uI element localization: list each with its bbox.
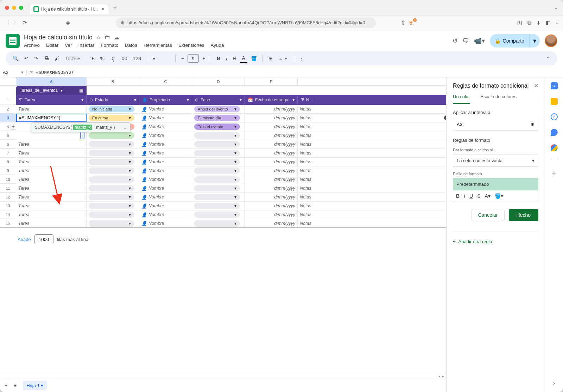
collapse-rail-icon[interactable]: › bbox=[553, 380, 555, 386]
formula-input[interactable]: =SUMAXMENOSY2( bbox=[36, 70, 74, 75]
table-row[interactable]: 10Tarea▾👤 Nombre▾d/mm/yyyyNotas bbox=[0, 175, 446, 184]
decrease-font-button[interactable]: − bbox=[179, 54, 186, 63]
increase-font-button[interactable]: + bbox=[200, 54, 207, 63]
share-dropdown[interactable]: ▾ bbox=[530, 34, 540, 48]
table-chip[interactable]: Tareas_del_evento1▾▦ bbox=[16, 86, 87, 95]
formula-suggestion[interactable]: SUMAXMENOSY2(matriz_x; matriz_y) ⌄ bbox=[31, 122, 131, 132]
column-header-e[interactable]: E bbox=[245, 77, 298, 86]
fill-color-button[interactable]: 🪣 bbox=[249, 54, 259, 63]
back-button[interactable]: 〈 bbox=[4, 19, 10, 26]
tab-color-scale[interactable]: Escala de colores bbox=[480, 94, 517, 104]
currency-euro-button[interactable]: € bbox=[90, 54, 97, 63]
add-sheet-button[interactable]: + bbox=[5, 383, 8, 388]
menu-extensiones[interactable]: Extensiones bbox=[178, 43, 204, 48]
sheet-tab[interactable]: Hoja 1 ▾ bbox=[23, 381, 47, 390]
shield-icon[interactable]: ⛨ bbox=[409, 20, 415, 26]
undo-button[interactable]: ↶ bbox=[22, 54, 31, 63]
bookmark-icon[interactable]: ◈ bbox=[66, 19, 70, 26]
url-input[interactable]: ⊕ https://docs.google.com/spreadsheets/d… bbox=[116, 18, 376, 28]
keep-icon[interactable] bbox=[551, 98, 558, 105]
cancel-button[interactable]: Cancelar bbox=[472, 209, 505, 221]
table-row[interactable]: 7Tarea▾👤 Nombre▾d/mm/yyyyNotas bbox=[0, 149, 446, 158]
comments-icon[interactable]: 🗨 bbox=[463, 37, 469, 45]
extensions-icon[interactable]: ⧉ bbox=[527, 20, 531, 26]
bold-button[interactable]: B bbox=[215, 54, 222, 63]
text-color-button[interactable]: A bbox=[240, 54, 247, 63]
sidebar-icon[interactable]: ◧ bbox=[546, 20, 551, 26]
horizontal-scrollbar[interactable]: ◂▸ bbox=[0, 374, 446, 379]
maps-icon[interactable] bbox=[551, 144, 558, 151]
table-row[interactable]: 14Tarea▾👤 Nombre▾d/mm/yyyyNotas bbox=[0, 210, 446, 219]
percent-button[interactable]: % bbox=[98, 54, 107, 63]
table-row[interactable]: 8Tarea▾👤 Nombre▾d/mm/yyyyNotas bbox=[0, 158, 446, 166]
table-row[interactable]: 11Tarea▾👤 Nombre▾d/mm/yyyyNotas bbox=[0, 184, 446, 193]
fill-color-toggle[interactable]: 🪣▾ bbox=[495, 193, 503, 199]
menu-icon[interactable]: ≡ bbox=[556, 20, 559, 26]
menu-formato[interactable]: Formato bbox=[101, 43, 118, 48]
text-color-toggle[interactable]: A▾ bbox=[485, 193, 490, 199]
column-header-d[interactable]: D bbox=[192, 77, 245, 86]
zoom-select[interactable]: 100% ▾ bbox=[63, 54, 82, 63]
redo-button[interactable]: ↷ bbox=[32, 54, 40, 63]
select-all-corner[interactable] bbox=[0, 77, 16, 86]
account-avatar[interactable] bbox=[545, 34, 557, 47]
all-sheets-button[interactable]: ≡ bbox=[14, 383, 17, 388]
menu-editar[interactable]: Editar bbox=[46, 43, 58, 48]
meet-icon[interactable]: 📹▾ bbox=[474, 37, 485, 45]
add-rule-button[interactable]: + Añadir otra regla bbox=[453, 232, 538, 244]
table-row[interactable]: 5 ▾ ⋮ 👤 Nombre ▾ d/mm/yyyy Notas bbox=[0, 131, 446, 140]
italic-toggle[interactable]: I bbox=[464, 193, 465, 199]
row-number[interactable]: 1 bbox=[0, 95, 16, 105]
contacts-icon[interactable] bbox=[551, 129, 558, 136]
spreadsheet-grid[interactable]: A B C D E Tareas_del_evento1▾▦ 1 ͲTarea▾… bbox=[0, 77, 446, 392]
table-row[interactable]: 3 =SUMAXMENOSY2( En curso▾ × 👤 Nombre El… bbox=[0, 114, 446, 122]
sheets-logo[interactable] bbox=[6, 34, 20, 48]
add-rows-count-input[interactable] bbox=[34, 234, 53, 244]
bold-toggle[interactable]: B bbox=[456, 193, 460, 199]
decrease-decimal-button[interactable]: .0̩ bbox=[108, 54, 117, 63]
calendar-icon[interactable] bbox=[551, 82, 558, 89]
doc-title[interactable]: Hoja de cálculo sin título bbox=[24, 34, 93, 41]
minimize-window[interactable] bbox=[12, 6, 16, 10]
range-input[interactable]: A3 ⊞ bbox=[453, 118, 538, 131]
strike-button[interactable]: S bbox=[231, 54, 238, 63]
table-row[interactable]: 12Tarea▾👤 Nombre▾d/mm/yyyyNotas bbox=[0, 193, 446, 202]
add-addon-icon[interactable]: + bbox=[552, 169, 556, 178]
increase-decimal-button[interactable]: .00 bbox=[118, 54, 129, 63]
downloads-icon[interactable]: ⬇ bbox=[536, 20, 541, 26]
print-button[interactable]: 🖶 bbox=[42, 54, 51, 63]
more-formats-button[interactable]: 123 bbox=[131, 54, 143, 63]
tabs-dropdown-icon[interactable]: ⌄ bbox=[554, 5, 558, 11]
borders-button[interactable]: ⊞ bbox=[266, 54, 275, 63]
share-page-icon[interactable]: ⇧ bbox=[401, 19, 405, 26]
menu-datos[interactable]: Datos bbox=[125, 43, 137, 48]
style-preview[interactable]: Predeterminado bbox=[453, 178, 538, 190]
new-tab-button[interactable]: + bbox=[113, 4, 117, 11]
history-icon[interactable]: ↺ bbox=[453, 37, 458, 45]
reload-button[interactable]: ⟳ bbox=[23, 20, 27, 26]
tab-single-color[interactable]: Un color bbox=[453, 94, 470, 104]
column-header-a[interactable]: A bbox=[16, 77, 87, 86]
font-select[interactable]: ▾ bbox=[151, 54, 172, 63]
share-button[interactable]: 🔒 Compartir bbox=[490, 34, 530, 48]
star-icon[interactable]: ☆ bbox=[96, 34, 101, 41]
column-header-b[interactable]: B bbox=[87, 77, 139, 86]
add-row-icon[interactable]: + bbox=[11, 124, 16, 129]
done-button[interactable]: Hecho bbox=[509, 209, 538, 221]
menu-insertar[interactable]: Insertar bbox=[78, 43, 95, 48]
search-menus-icon[interactable]: 🔍 bbox=[11, 54, 21, 63]
italic-button[interactable]: I bbox=[224, 54, 229, 63]
menu-ayuda[interactable]: Ayuda bbox=[210, 43, 224, 48]
active-cell[interactable]: =SUMAXMENOSY2( bbox=[16, 114, 87, 122]
menu-archivo[interactable]: Archivo bbox=[24, 43, 40, 48]
drag-handle-icon[interactable]: ⋮ bbox=[80, 132, 84, 139]
maximize-window[interactable] bbox=[19, 6, 23, 10]
collapse-toolbar-icon[interactable]: ⌃ bbox=[544, 54, 552, 63]
paint-format-button[interactable]: 🖌 bbox=[52, 54, 62, 63]
forward-button[interactable]: 〉 bbox=[13, 19, 19, 26]
close-tab-icon[interactable]: × bbox=[101, 6, 104, 12]
table-row[interactable]: 6Tarea▾👤 Nombre▾d/mm/yyyyNotas bbox=[0, 140, 446, 149]
select-range-icon[interactable]: ⊞ bbox=[531, 122, 534, 127]
menu-ver[interactable]: Ver bbox=[65, 43, 72, 48]
condition-select[interactable]: La celda no está vacía▾ bbox=[453, 154, 538, 167]
